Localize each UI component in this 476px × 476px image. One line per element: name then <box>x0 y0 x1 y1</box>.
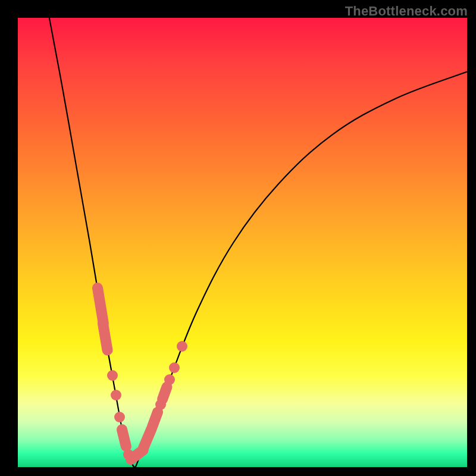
bottleneck-curve <box>18 18 467 467</box>
data-marker <box>169 362 180 373</box>
plot-area <box>18 18 467 467</box>
watermark-text: TheBottleneck.com <box>345 4 468 19</box>
data-marker <box>164 374 175 385</box>
chart-frame: TheBottleneck.com <box>0 0 476 476</box>
data-marker <box>111 390 121 400</box>
data-marker <box>107 370 118 381</box>
